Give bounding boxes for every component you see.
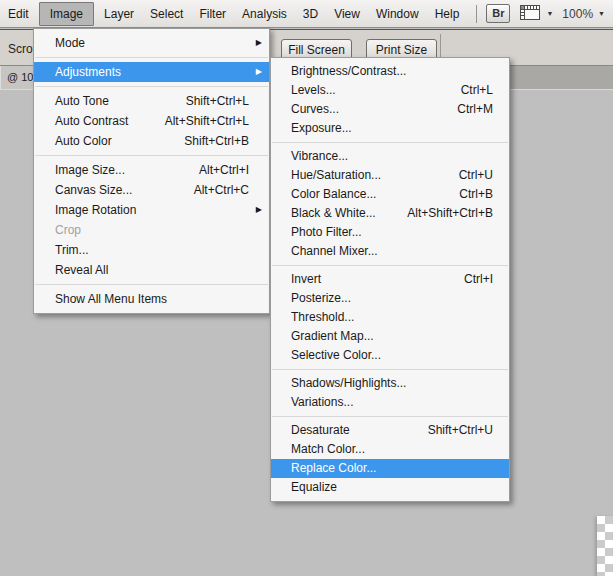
menu-item-auto-color[interactable]: Auto Color Shift+Ctrl+B bbox=[34, 131, 269, 151]
menubar-item-window[interactable]: Window bbox=[368, 1, 427, 27]
menu-item-desaturate[interactable]: Desaturate Shift+Ctrl+U bbox=[271, 421, 509, 440]
appbar-separator bbox=[476, 5, 477, 23]
menu-item-label: Threshold... bbox=[291, 308, 354, 327]
zoom-level-control[interactable]: 100% ▼ bbox=[562, 7, 605, 21]
menu-item-shortcut: Alt+Ctrl+C bbox=[194, 180, 249, 200]
menu-item-shortcut: Alt+Shift+Ctrl+B bbox=[407, 204, 493, 223]
menu-item-shortcut: Ctrl+B bbox=[459, 185, 493, 204]
menu-item-trim[interactable]: Trim... bbox=[34, 240, 269, 260]
menu-item-label: Variations... bbox=[291, 393, 353, 412]
menu-item-image-size[interactable]: Image Size... Alt+Ctrl+I bbox=[34, 160, 269, 180]
menu-item-equalize[interactable]: Equalize bbox=[271, 478, 509, 497]
menu-item-auto-tone[interactable]: Auto Tone Shift+Ctrl+L bbox=[34, 91, 269, 111]
transparency-checkerboard bbox=[597, 516, 613, 576]
menu-item-photo-filter[interactable]: Photo Filter... bbox=[271, 223, 509, 242]
menu-item-label: Auto Color bbox=[55, 131, 112, 151]
menu-item-selective-color[interactable]: Selective Color... bbox=[271, 346, 509, 365]
adjustments-submenu: Brightness/Contrast... Levels... Ctrl+L … bbox=[270, 57, 510, 502]
image-menu: Mode ▶ Adjustments ▶ Auto Tone Shift+Ctr… bbox=[33, 28, 270, 314]
menu-item-label: Trim... bbox=[55, 240, 89, 260]
menu-item-shortcut: Ctrl+I bbox=[464, 270, 493, 289]
menubar-item-image[interactable]: Image bbox=[39, 2, 94, 26]
menu-item-gradient-map[interactable]: Gradient Map... bbox=[271, 327, 509, 346]
menu-item-label: Adjustments bbox=[55, 62, 121, 82]
menu-item-label: Auto Contrast bbox=[55, 111, 128, 131]
menu-item-shortcut: Alt+Shift+Ctrl+L bbox=[165, 111, 249, 131]
menu-item-posterize[interactable]: Posterize... bbox=[271, 289, 509, 308]
menu-item-shortcut: Shift+Ctrl+U bbox=[428, 421, 493, 440]
menubar-item-view[interactable]: View bbox=[326, 1, 368, 27]
menubar-item-select[interactable]: Select bbox=[142, 1, 191, 27]
menu-item-label: Brightness/Contrast... bbox=[291, 62, 406, 81]
menu-item-label: Desaturate bbox=[291, 421, 350, 440]
menu-separator bbox=[272, 416, 508, 417]
menu-item-label: Show All Menu Items bbox=[55, 289, 167, 309]
menu-item-replace-color[interactable]: Replace Color... bbox=[271, 459, 509, 478]
menu-item-hue-saturation[interactable]: Hue/Saturation... Ctrl+U bbox=[271, 166, 509, 185]
menu-item-shortcut: Shift+Ctrl+L bbox=[186, 91, 249, 111]
menu-item-label: Shadows/Highlights... bbox=[291, 374, 406, 393]
menu-item-match-color[interactable]: Match Color... bbox=[271, 440, 509, 459]
menu-item-variations[interactable]: Variations... bbox=[271, 393, 509, 412]
menu-item-shortcut: Alt+Ctrl+I bbox=[199, 160, 249, 180]
menu-item-channel-mixer[interactable]: Channel Mixer... bbox=[271, 242, 509, 261]
menu-item-canvas-size[interactable]: Canvas Size... Alt+Ctrl+C bbox=[34, 180, 269, 200]
menu-item-label: Hue/Saturation... bbox=[291, 166, 381, 185]
menu-item-label: Invert bbox=[291, 270, 321, 289]
menu-item-invert[interactable]: Invert Ctrl+I bbox=[271, 270, 509, 289]
menu-item-image-rotation[interactable]: Image Rotation ▶ bbox=[34, 200, 269, 220]
menu-item-brightness-contrast[interactable]: Brightness/Contrast... bbox=[271, 62, 509, 81]
menu-separator bbox=[272, 265, 508, 266]
menu-item-label: Equalize bbox=[291, 478, 337, 497]
menu-separator bbox=[35, 284, 268, 285]
submenu-arrow-icon: ▶ bbox=[256, 62, 262, 82]
menu-item-label: Exposure... bbox=[291, 119, 352, 138]
menu-separator bbox=[272, 369, 508, 370]
menu-item-threshold[interactable]: Threshold... bbox=[271, 308, 509, 327]
menubar-item-analysis[interactable]: Analysis bbox=[234, 1, 295, 27]
menu-separator bbox=[35, 86, 268, 87]
dropdown-arrow-icon: ▼ bbox=[598, 10, 605, 17]
menu-item-shortcut: Ctrl+L bbox=[461, 81, 493, 100]
menu-item-label: Channel Mixer... bbox=[291, 242, 378, 261]
menu-item-label: Replace Color... bbox=[291, 459, 376, 478]
menu-item-show-all-menu-items[interactable]: Show All Menu Items bbox=[34, 289, 269, 309]
menu-item-label: Vibrance... bbox=[291, 147, 348, 166]
menu-item-label: Image Size... bbox=[55, 160, 125, 180]
menu-item-label: Crop bbox=[55, 220, 81, 240]
view-extras-button[interactable]: ▼ bbox=[519, 4, 553, 24]
menu-item-label: Canvas Size... bbox=[55, 180, 132, 200]
menubar-item-3d[interactable]: 3D bbox=[295, 1, 326, 27]
menu-separator bbox=[272, 142, 508, 143]
menu-item-shadows-highlights[interactable]: Shadows/Highlights... bbox=[271, 374, 509, 393]
menu-item-label: Gradient Map... bbox=[291, 327, 374, 346]
menu-item-color-balance[interactable]: Color Balance... Ctrl+B bbox=[271, 185, 509, 204]
menu-item-reveal-all[interactable]: Reveal All bbox=[34, 260, 269, 280]
menu-item-label: Color Balance... bbox=[291, 185, 376, 204]
menu-item-label: Selective Color... bbox=[291, 346, 381, 365]
menu-item-exposure[interactable]: Exposure... bbox=[271, 119, 509, 138]
menu-item-label: Photo Filter... bbox=[291, 223, 362, 242]
menu-item-mode[interactable]: Mode ▶ bbox=[34, 33, 269, 53]
menu-item-label: Curves... bbox=[291, 100, 339, 119]
menu-item-shortcut: Shift+Ctrl+B bbox=[184, 131, 249, 151]
menubar-item-edit[interactable]: Edit bbox=[0, 1, 37, 27]
menu-item-vibrance[interactable]: Vibrance... bbox=[271, 147, 509, 166]
menu-item-label: Match Color... bbox=[291, 440, 365, 459]
view-extras-icon bbox=[519, 4, 541, 24]
menu-item-black-white[interactable]: Black & White... Alt+Shift+Ctrl+B bbox=[271, 204, 509, 223]
menu-item-auto-contrast[interactable]: Auto Contrast Alt+Shift+Ctrl+L bbox=[34, 111, 269, 131]
menu-item-label: Mode bbox=[55, 33, 85, 53]
menubar-item-layer[interactable]: Layer bbox=[96, 1, 142, 27]
menubar-item-filter[interactable]: Filter bbox=[191, 1, 234, 27]
menu-item-label: Image Rotation bbox=[55, 200, 136, 220]
menu-item-curves[interactable]: Curves... Ctrl+M bbox=[271, 100, 509, 119]
menubar-item-help[interactable]: Help bbox=[427, 1, 468, 27]
launch-bridge-button[interactable]: Br bbox=[486, 4, 510, 23]
menu-item-crop: Crop bbox=[34, 220, 269, 240]
menu-item-label: Black & White... bbox=[291, 204, 376, 223]
submenu-arrow-icon: ▶ bbox=[256, 200, 262, 220]
menubar: Edit Image Layer Select Filter Analysis … bbox=[0, 0, 613, 28]
menu-item-levels[interactable]: Levels... Ctrl+L bbox=[271, 81, 509, 100]
menu-item-adjustments[interactable]: Adjustments ▶ bbox=[34, 62, 269, 82]
